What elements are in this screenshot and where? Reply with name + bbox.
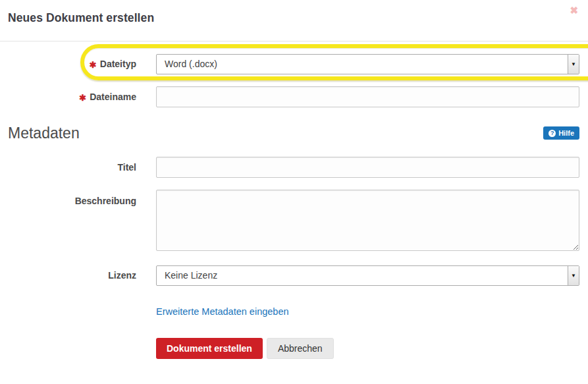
question-mark-icon: ? <box>548 130 556 137</box>
create-document-button[interactable]: Dokument erstellen <box>156 338 263 359</box>
dialog-actions: Dokument erstellen Abbrechen <box>156 338 588 359</box>
dateiname-label-text: Dateiname <box>90 92 136 102</box>
dateityp-row: ✱Dateityp Word (.docx) ▼ <box>0 54 588 74</box>
cancel-button[interactable]: Abbrechen <box>267 338 334 359</box>
dateiname-label: ✱Dateiname <box>0 92 136 103</box>
hilfe-button-label: Hilfe <box>558 129 574 137</box>
dateiname-input[interactable] <box>156 86 579 107</box>
dateityp-select-value: Word (.docx) <box>157 55 568 74</box>
close-icon[interactable]: ✖ <box>568 4 579 16</box>
required-asterisk-icon: ✱ <box>90 60 97 70</box>
advanced-metadata-link[interactable]: Erweiterte Metadaten eingeben <box>156 306 289 317</box>
titel-label: Titel <box>0 162 136 173</box>
dateityp-select[interactable]: Word (.docx) ▼ <box>156 54 579 74</box>
dialog-body: ✱Dateityp Word (.docx) ▼ ✱Dateiname Meta… <box>0 41 588 359</box>
lizenz-select-value: Keine Lizenz <box>157 266 568 285</box>
metadaten-heading: Metadaten <box>8 124 80 142</box>
beschreibung-label: Beschreibung <box>0 190 136 207</box>
dateiname-row: ✱Dateiname <box>0 86 588 107</box>
metadaten-section-header: Metadaten ? Hilfe <box>0 124 588 142</box>
titel-input[interactable] <box>156 157 579 178</box>
dateityp-label-text: Dateityp <box>100 59 136 69</box>
lizenz-row: Lizenz Keine Lizenz ▼ <box>0 265 588 286</box>
required-asterisk-icon: ✱ <box>79 93 86 103</box>
new-document-dialog: Neues Dokument erstellen ✖ ✱Dateityp Wor… <box>0 0 588 384</box>
chevron-down-icon: ▼ <box>568 55 579 74</box>
lizenz-label: Lizenz <box>0 270 136 281</box>
beschreibung-row: Beschreibung <box>0 190 588 254</box>
lizenz-select[interactable]: Keine Lizenz ▼ <box>156 265 579 286</box>
dialog-header: Neues Dokument erstellen ✖ <box>0 0 588 41</box>
advanced-metadata-row: Erweiterte Metadaten eingeben <box>156 306 588 317</box>
beschreibung-textarea[interactable] <box>156 190 579 251</box>
titel-row: Titel <box>0 157 588 178</box>
hilfe-button[interactable]: ? Hilfe <box>543 126 579 140</box>
dialog-title: Neues Dokument erstellen <box>8 11 580 25</box>
chevron-down-icon: ▼ <box>568 266 579 285</box>
dateityp-label: ✱Dateityp <box>0 59 136 70</box>
